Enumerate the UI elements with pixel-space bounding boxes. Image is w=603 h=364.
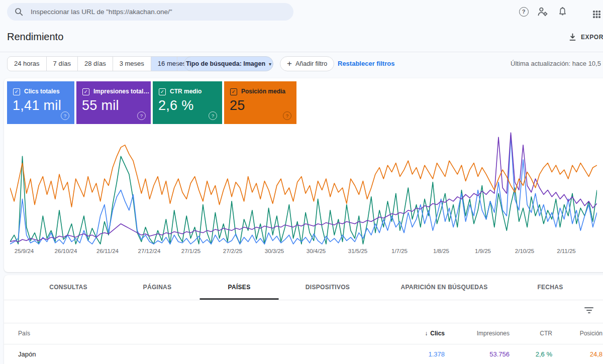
- card-value: 2,6 %: [158, 98, 194, 113]
- tab-paginas[interactable]: PÁGINAS: [133, 275, 182, 300]
- range-24h-button[interactable]: 24 horas: [8, 57, 46, 71]
- card-label: Impresiones total…: [93, 88, 149, 95]
- add-filter-button[interactable]: + Añadir filtro: [280, 56, 334, 71]
- x-axis-tick: 27/1/25: [172, 248, 210, 254]
- column-header-ctr[interactable]: CTR: [510, 330, 552, 337]
- last-update-text: Última actualización: hace 10,5 h: [511, 60, 603, 67]
- notifications-button[interactable]: [556, 6, 568, 18]
- column-header-position[interactable]: Posición: [552, 330, 602, 337]
- help-button[interactable]: ?: [518, 6, 530, 18]
- bell-icon: [558, 7, 567, 17]
- checkbox-checked-icon[interactable]: ✓: [230, 88, 237, 95]
- help-icon[interactable]: ?: [61, 111, 69, 120]
- card-label: CTR medio: [170, 88, 202, 95]
- range-3m-button[interactable]: 3 meses: [113, 57, 151, 71]
- range-7d-button[interactable]: 7 días: [46, 57, 77, 71]
- filter-bar: 24 horas 7 días 28 días 3 meses 16 meses…: [0, 56, 603, 71]
- x-axis-tick: 2/11/25: [548, 248, 585, 254]
- user-gear-icon: [537, 7, 548, 17]
- x-axis-tick: 26/11/24: [89, 248, 126, 254]
- x-axis-tick: 26/10/24: [47, 248, 84, 254]
- column-header-country[interactable]: País: [18, 330, 30, 337]
- x-axis-tick: 1/8/25: [423, 248, 460, 254]
- row-impressions: 53.756: [444, 350, 510, 358]
- tab-paises[interactable]: PAÍSES: [200, 275, 279, 300]
- export-button[interactable]: EXPORTAR: [569, 33, 603, 41]
- card-label: Posición media: [241, 88, 285, 95]
- x-axis-tick: 30/3/25: [256, 248, 293, 254]
- x-axis-tick: 30/4/25: [297, 248, 335, 254]
- x-axis-tick: 1/7/25: [381, 248, 418, 254]
- row-country: Japón: [18, 350, 36, 358]
- card-average-position[interactable]: ✓ Posición media 25 ?: [224, 81, 296, 124]
- row-ctr: 2,6 %: [510, 350, 552, 358]
- column-header-clicks-label: Clics: [430, 330, 445, 337]
- search-type-label: Tipo de búsqueda: Imagen: [186, 60, 265, 67]
- range-28d-button[interactable]: 28 días: [77, 57, 113, 71]
- help-icon: ?: [519, 7, 529, 17]
- add-filter-label: Añadir filtro: [295, 60, 327, 67]
- filter-divider: [177, 56, 177, 71]
- filter-icon: [586, 310, 592, 311]
- checkbox-checked-icon[interactable]: ✓: [82, 88, 89, 95]
- filter-icon: [584, 307, 593, 308]
- tabs-divider: [4, 300, 603, 300]
- url-inspection-bar[interactable]: [7, 3, 293, 21]
- top-app-bar: ?: [0, 0, 603, 24]
- search-type-filter[interactable]: Tipo de búsqueda: Imagen▾: [184, 56, 273, 71]
- export-label: EXPORTAR: [581, 34, 603, 41]
- x-axis-tick: 31/5/25: [339, 248, 376, 254]
- column-header-clicks[interactable]: ↓Clics: [384, 330, 445, 337]
- card-value: 25: [230, 98, 245, 113]
- x-axis-tick: 1/9/25: [464, 248, 501, 254]
- performance-line-chart[interactable]: [10, 130, 597, 246]
- card-value: 55 mil: [82, 98, 119, 113]
- tab-fechas[interactable]: FECHAS: [527, 275, 573, 300]
- url-inspection-input[interactable]: [30, 8, 293, 16]
- card-average-ctr[interactable]: ✓ CTR medio 2,6 % ?: [153, 81, 222, 124]
- download-icon: [569, 33, 576, 41]
- column-header-impressions[interactable]: Impresiones: [444, 330, 510, 337]
- sort-desc-icon: ↓: [425, 330, 428, 337]
- help-icon[interactable]: ?: [137, 111, 146, 120]
- x-axis-tick: 25/9/24: [6, 248, 43, 254]
- help-icon[interactable]: ?: [283, 111, 291, 120]
- date-range-group: 24 horas 7 días 28 días 3 meses 16 meses…: [7, 56, 199, 71]
- table-row[interactable]: Japón 1.378 53.756 2,6 % 24,8: [4, 343, 603, 364]
- help-icon[interactable]: ?: [209, 111, 217, 120]
- tab-dispositivos[interactable]: DISPOSITIVOS: [295, 275, 360, 300]
- x-axis-tick: 27/2/25: [214, 248, 251, 254]
- table-header-row: País ↓Clics Impresiones CTR Posición: [4, 323, 603, 344]
- range-16m-label: 16 meses: [158, 60, 186, 67]
- tab-aparicion[interactable]: APARICIÓN EN BÚSQUEDAS: [390, 275, 497, 300]
- user-settings-button[interactable]: [537, 6, 549, 18]
- card-label: Clics totales: [24, 88, 60, 95]
- dimensions-table-panel: CONSULTAS PÁGINAS PAÍSES DISPOSITIVOS AP…: [4, 275, 603, 364]
- row-clicks: 1.378: [384, 350, 445, 358]
- chevron-down-icon: ▾: [269, 61, 271, 67]
- card-value: 1,41 mil: [13, 98, 61, 113]
- search-icon: [15, 8, 23, 16]
- card-total-impressions[interactable]: ✓ Impresiones total… 55 mil ?: [76, 81, 151, 124]
- checkbox-checked-icon[interactable]: ✓: [159, 88, 166, 95]
- header-divider: [0, 52, 603, 52]
- page-title: Rendimiento: [7, 31, 63, 43]
- apps-grid-button[interactable]: [588, 6, 600, 18]
- checkbox-checked-icon[interactable]: ✓: [13, 88, 20, 95]
- card-total-clicks[interactable]: ✓ Clics totales 1,41 mil ?: [7, 81, 74, 124]
- tab-consultas[interactable]: CONSULTAS: [39, 275, 97, 300]
- apps-grid-icon: [593, 11, 594, 12]
- performance-panel: ✓ Clics totales 1,41 mil ? ✓ Impresiones…: [4, 78, 603, 272]
- x-axis-tick: 27/12/24: [131, 248, 168, 254]
- x-axis-tick: 2/10/25: [506, 248, 543, 254]
- table-filter-button[interactable]: [584, 306, 594, 313]
- reset-filters-link[interactable]: Restablecer filtros: [338, 60, 394, 67]
- plus-icon: +: [287, 59, 292, 69]
- filter-icon: [588, 312, 590, 313]
- row-position: 24,8: [552, 350, 602, 358]
